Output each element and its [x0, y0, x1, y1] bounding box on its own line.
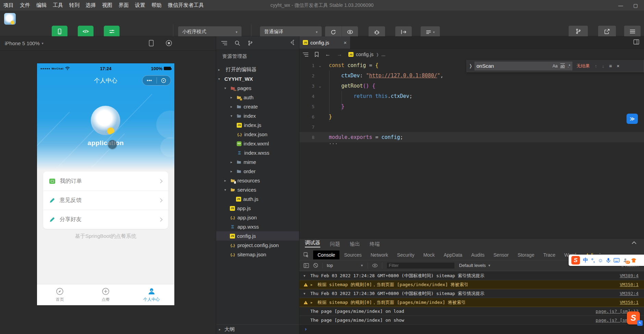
editor-tab-config-js[interactable]: JS config.js × [299, 36, 350, 49]
forward-arrow-icon[interactable]: → [337, 51, 342, 57]
ime-edit-icon[interactable]: ✎ [637, 320, 643, 326]
tree-folder-pages[interactable]: ▾ <> pages [216, 84, 299, 93]
tree-file-project-config-json[interactable]: {..} project.config.json [216, 241, 299, 250]
tree-file-auth-js[interactable]: JS auth.js [216, 194, 299, 204]
menu-goto[interactable]: 转到 [69, 2, 79, 9]
collapse-panel-icon[interactable] [632, 241, 636, 244]
menu-help[interactable]: 帮助 [151, 2, 162, 9]
emoji-icon[interactable]: ☺ [598, 257, 603, 263]
rotate-device-icon[interactable] [149, 40, 154, 47]
find-input[interactable] [476, 63, 550, 69]
tree-file-sitemap-json[interactable]: {..} sitemap.json [216, 250, 299, 259]
menu-interface[interactable]: 界面 [119, 2, 129, 9]
console-log-row[interactable]: The page [pages/mime/index] on load page… [299, 307, 644, 316]
menu-settings[interactable]: 设置 [135, 2, 145, 9]
collapse-sidebar-icon[interactable] [289, 40, 295, 45]
menu-item-orders[interactable]: 我的订单 [43, 171, 168, 191]
eye-icon[interactable] [372, 264, 378, 268]
sogou-input-icon[interactable]: S ✎ [627, 311, 640, 324]
minimize-button[interactable]: — [618, 3, 623, 8]
keyboard-icon[interactable] [614, 258, 620, 262]
devtools-tab-network[interactable]: Network [366, 250, 393, 259]
skin-icon[interactable] [631, 258, 636, 263]
console-filter-input[interactable] [386, 262, 455, 269]
bookmark-icon[interactable] [314, 52, 319, 57]
devtools-tab-trace[interactable]: Trace [539, 250, 560, 259]
split-editor-icon[interactable] [633, 39, 639, 44]
compile-mode-dropdown[interactable]: 普通编译 ▾ [260, 26, 322, 37]
devtools-tab-sensor[interactable]: Sensor [489, 250, 513, 259]
tab-order-food[interactable]: 点餐 [83, 284, 129, 305]
explorer-list-icon[interactable] [221, 41, 227, 46]
tree-open-editors[interactable]: ▸ 打开的编辑器 [216, 65, 299, 74]
devtools-tab-sources[interactable]: Sources [339, 250, 366, 259]
tree-project-root[interactable]: ▾ CYYHT_WX [216, 74, 299, 84]
console-prompt[interactable]: › [299, 325, 644, 334]
outline-icon[interactable] [303, 52, 308, 57]
tree-folder-auth[interactable]: ▸ auth [216, 93, 299, 102]
menu-item-share[interactable]: 分享好友 [43, 210, 168, 229]
console-warning-row[interactable]: ▶ 根据 sitemap 的规则[0]，当前页面 [pages/index/in… [299, 280, 644, 289]
find-in-selection-icon[interactable]: ≡ [609, 63, 612, 69]
tab-terminal[interactable]: 终端 [370, 241, 380, 247]
menu-edit[interactable]: 编辑 [36, 2, 47, 9]
record-stop-icon[interactable] [165, 40, 172, 47]
menu-wechat-devtools[interactable]: 微信开发者工具 [168, 2, 204, 9]
mode-dropdown[interactable]: 小程序模式 ▾ [178, 26, 242, 37]
log-levels-dropdown[interactable]: Default levels ▼ [459, 263, 491, 268]
tab-profile[interactable]: 个人中心 [128, 284, 174, 305]
exit-miniprogram-button[interactable] [157, 78, 171, 83]
console-group-row[interactable]: ▼ Thu Feb 03 2022 17:24:30 GMT+0800 (中国标… [299, 289, 644, 298]
tab-output[interactable]: 输出 [350, 241, 360, 247]
find-expand-icon[interactable]: ❭ [467, 63, 474, 68]
tree-file-config-js[interactable]: JS config.js [216, 231, 299, 241]
maximize-button[interactable]: ▢ [633, 3, 638, 8]
show-sidebar-icon[interactable] [304, 263, 309, 268]
whole-word-toggle[interactable]: ab [560, 64, 565, 68]
search-icon[interactable] [235, 40, 240, 46]
more-button[interactable]: ••• [143, 79, 157, 82]
outline-section[interactable]: ▸ 大纲 [216, 324, 299, 334]
devtools-tab-appdata[interactable]: AppData [439, 250, 467, 259]
tree-file-index-wxml[interactable]: <> index.wxml [216, 139, 299, 148]
fold-icon[interactable]: ⌄ [317, 84, 323, 88]
context-selector[interactable]: top ▼ [327, 263, 363, 268]
user-profile-avatar[interactable] [91, 106, 120, 135]
ime-account-icon[interactable]: 17 [623, 258, 628, 263]
source-link[interactable]: VM350:1 [620, 282, 639, 287]
find-next-icon[interactable]: ↓ [602, 63, 604, 69]
sogou-logo-icon[interactable]: S [571, 256, 580, 265]
inspect-element-icon[interactable] [299, 249, 313, 260]
menu-tools[interactable]: 工具 [53, 2, 63, 9]
tree-file-app-wxss[interactable]: Ξ app.wxss [216, 222, 299, 231]
match-case-toggle[interactable]: Aa [553, 64, 558, 68]
floating-plugin-icon[interactable]: ≫ [627, 114, 638, 124]
tree-file-app-js[interactable]: JS app.js [216, 204, 299, 213]
clear-console-icon[interactable] [313, 263, 318, 268]
tree-folder-index[interactable]: ▾ index [216, 111, 299, 120]
ime-language-toggle[interactable]: 中 [583, 257, 588, 264]
menu-file[interactable]: 文件 [20, 2, 30, 9]
tab-home[interactable]: 首页 [37, 284, 83, 305]
tree-file-index-wxss[interactable]: Ξ index.wxss [216, 148, 299, 157]
breadcrumb-more[interactable]: ... [382, 52, 386, 57]
tree-file-index-js[interactable]: JS index.js [216, 120, 299, 130]
back-arrow-icon[interactable]: ← [325, 51, 331, 57]
source-link[interactable]: VM350:1 [620, 300, 639, 305]
console-group-row[interactable]: ▼ Thu Feb 03 2022 17:24:28 GMT+0800 (中国标… [299, 271, 644, 280]
tree-file-app-json[interactable]: {..} app.json [216, 213, 299, 222]
devtools-tab-audits[interactable]: Audits [467, 250, 489, 259]
tree-folder-order[interactable]: ▸ order [216, 167, 299, 176]
tree-folder-services[interactable]: ▾ services [216, 185, 299, 194]
tree-folder-mime[interactable]: ▸ mime [216, 157, 299, 167]
microphone-icon[interactable] [606, 258, 610, 263]
menu-project[interactable]: 项目 [3, 2, 14, 9]
console-warning-row[interactable]: ▶ 根据 sitemap 的规则[0]，当前页面 [pages/mime/ind… [299, 298, 644, 307]
tree-file-index-json[interactable]: {..} index.json [216, 130, 299, 139]
git-branch-icon[interactable] [248, 40, 253, 46]
code-area[interactable]: 1⌄const config = { 2 ctxDev: "http://127… [299, 60, 644, 238]
source-link[interactable]: VM389:4 [620, 273, 639, 278]
devtools-tab-storage[interactable]: Storage [513, 250, 539, 259]
close-find-icon[interactable]: × [617, 63, 619, 69]
tree-folder-resources[interactable]: ▸ resources [216, 176, 299, 185]
